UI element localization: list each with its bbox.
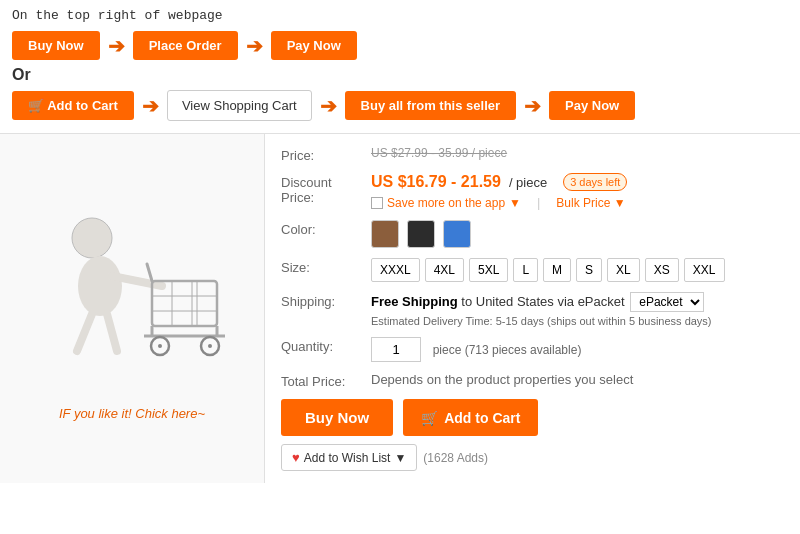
- flow-row-2: 🛒 Add to Cart ➔ View Shopping Cart ➔ Buy…: [0, 86, 800, 125]
- add-to-cart-button-main[interactable]: 🛒 Add to Cart: [403, 399, 538, 436]
- size-row: Size: XXXL4XL5XLLMSXLXSXXL: [281, 258, 784, 282]
- bulk-price-button[interactable]: Bulk Price ▼: [556, 196, 625, 210]
- size-btn-xs[interactable]: XS: [645, 258, 679, 282]
- svg-point-18: [208, 344, 212, 348]
- days-left-badge: 3 days left: [563, 173, 627, 191]
- color-swatch-dark[interactable]: [407, 220, 435, 248]
- discount-price: US $16.79 - 21.59: [371, 173, 501, 191]
- quantity-label: Quantity:: [281, 337, 371, 354]
- free-shipping-text: Free Shipping: [371, 294, 458, 309]
- arrow-4: ➔: [320, 94, 337, 118]
- pay-now-button-1[interactable]: Pay Now: [271, 31, 357, 60]
- discount-label: DiscountPrice:: [281, 173, 371, 205]
- discount-value: US $16.79 - 21.59 / piece 3 days left Sa…: [371, 173, 784, 210]
- buy-from-seller-button[interactable]: Buy all from this seller: [345, 91, 516, 120]
- svg-point-0: [72, 218, 112, 258]
- arrow-2: ➔: [246, 34, 263, 58]
- svg-point-1: [78, 256, 122, 316]
- product-details: Price: US $27.99 - 35.99 / piece Discoun…: [265, 134, 800, 483]
- size-btn-xxl[interactable]: XXL: [684, 258, 725, 282]
- quantity-row: Quantity: piece (713 pieces available): [281, 337, 784, 362]
- heart-icon: ♥: [292, 450, 300, 465]
- wish-list-label: Add to Wish List: [304, 451, 391, 465]
- action-buttons: Buy Now 🛒 Add to Cart: [281, 399, 784, 436]
- divider-pipe: |: [537, 195, 540, 210]
- price-row: Price: US $27.99 - 35.99 / piece: [281, 146, 784, 163]
- size-btn-xl[interactable]: XL: [607, 258, 640, 282]
- size-btn-xxxl[interactable]: XXXL: [371, 258, 420, 282]
- svg-line-4: [107, 314, 117, 351]
- save-more-label: Save more on the app: [387, 196, 505, 210]
- instruction-text: On the top right of webpage: [0, 0, 800, 27]
- size-btn-s[interactable]: S: [576, 258, 602, 282]
- svg-line-3: [77, 314, 92, 351]
- original-price: US $27.99 - 35.99 / piece: [371, 146, 784, 160]
- shipping-label: Shipping:: [281, 292, 371, 309]
- price-label: Price:: [281, 146, 371, 163]
- save-checkbox[interactable]: [371, 197, 383, 209]
- discount-price-row: DiscountPrice: US $16.79 - 21.59 / piece…: [281, 173, 784, 210]
- price-unit: / piece: [509, 175, 547, 190]
- wish-list-button[interactable]: ♥ Add to Wish List ▼: [281, 444, 417, 471]
- quantity-value-area: piece (713 pieces available): [371, 337, 784, 362]
- arrow-5: ➔: [524, 94, 541, 118]
- cart-icon-top: 🛒: [28, 98, 44, 113]
- view-shopping-cart-button[interactable]: View Shopping Cart: [167, 90, 312, 121]
- shipping-row: Shipping: Free Shipping to United States…: [281, 292, 784, 327]
- place-order-button[interactable]: Place Order: [133, 31, 238, 60]
- buy-now-button-1[interactable]: Buy Now: [12, 31, 100, 60]
- quantity-sub-text: piece (713 pieces available): [433, 343, 582, 357]
- buy-now-button-main[interactable]: Buy Now: [281, 399, 393, 436]
- arrow-3: ➔: [142, 94, 159, 118]
- shipping-value: Free Shipping to United States via ePack…: [371, 292, 784, 327]
- bulk-dropdown-icon: ▼: [614, 196, 626, 210]
- size-options: XXXL4XL5XLLMSXLXSXXL: [371, 258, 784, 282]
- color-options: [371, 220, 784, 248]
- size-btn-l[interactable]: L: [513, 258, 538, 282]
- shipping-sub-text: Estimated Delivery Time: 5-15 days (ship…: [371, 315, 784, 327]
- total-value: Depends on the product properties you se…: [371, 372, 784, 387]
- size-btn-5xl[interactable]: 5XL: [469, 258, 508, 282]
- bulk-price-label: Bulk Price: [556, 196, 610, 210]
- wish-dropdown-icon: ▼: [394, 451, 406, 465]
- wish-count-text: (1628 Adds): [423, 451, 488, 465]
- color-row: Color:: [281, 220, 784, 248]
- add-to-cart-button-top[interactable]: 🛒 Add to Cart: [12, 91, 134, 120]
- total-price-row: Total Price: Depends on the product prop…: [281, 372, 784, 389]
- size-btn-4xl[interactable]: 4XL: [425, 258, 464, 282]
- size-btn-m[interactable]: M: [543, 258, 571, 282]
- shipping-to-text: to United States via ePacket: [461, 294, 624, 309]
- save-more-row: Save more on the app ▼ | Bulk Price ▼: [371, 195, 784, 210]
- main-content: IF you like it! Chick here~ Price: US $2…: [0, 133, 800, 483]
- arrow-1: ➔: [108, 34, 125, 58]
- price-value: US $27.99 - 35.99 / piece: [371, 146, 784, 160]
- total-price-text: Depends on the product properties you se…: [371, 372, 633, 387]
- shipping-method-select[interactable]: ePacket: [630, 292, 704, 312]
- product-image: [32, 196, 232, 396]
- svg-point-17: [158, 344, 162, 348]
- save-more-button[interactable]: Save more on the app ▼: [371, 196, 521, 210]
- quantity-input[interactable]: [371, 337, 421, 362]
- add-to-cart-label: Add to Cart: [444, 410, 520, 426]
- total-label: Total Price:: [281, 372, 371, 389]
- color-swatch-brown[interactable]: [371, 220, 399, 248]
- cart-icon-main: 🛒: [421, 410, 438, 426]
- product-image-area: IF you like it! Chick here~: [0, 134, 265, 483]
- size-label: Size:: [281, 258, 371, 275]
- color-label: Color:: [281, 220, 371, 237]
- or-label: Or: [0, 64, 800, 86]
- flow-row-1: Buy Now ➔ Place Order ➔ Pay Now: [0, 27, 800, 64]
- color-swatch-blue[interactable]: [443, 220, 471, 248]
- if-you-like-text: IF you like it! Chick here~: [49, 406, 215, 421]
- save-dropdown-icon: ▼: [509, 196, 521, 210]
- svg-line-11: [147, 264, 152, 281]
- pay-now-button-2[interactable]: Pay Now: [549, 91, 635, 120]
- wish-list-row: ♥ Add to Wish List ▼ (1628 Adds): [281, 444, 784, 471]
